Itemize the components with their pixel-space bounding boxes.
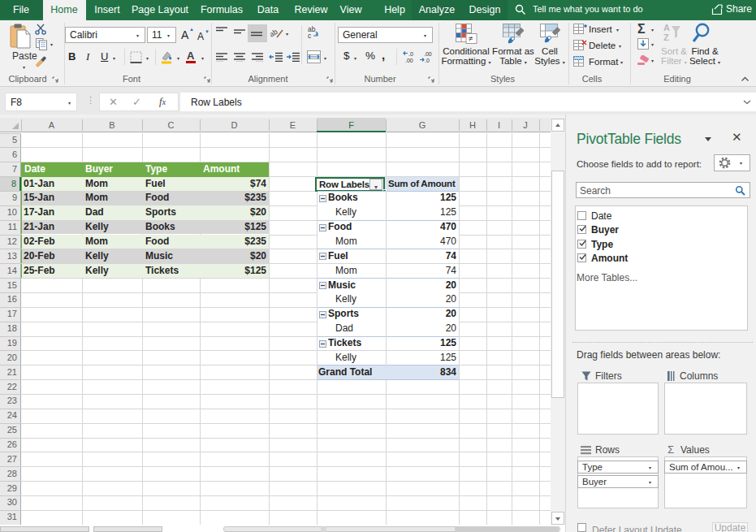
svg-text:A: A [663, 23, 670, 32]
svg-text:.0: .0 [425, 58, 430, 63]
svg-text:≠: ≠ [469, 34, 473, 43]
svg-text:.00: .00 [405, 58, 413, 63]
svg-text:.00: .00 [424, 51, 432, 57]
svg-text:Z: Z [663, 32, 669, 42]
svg-text:.0: .0 [408, 51, 413, 57]
